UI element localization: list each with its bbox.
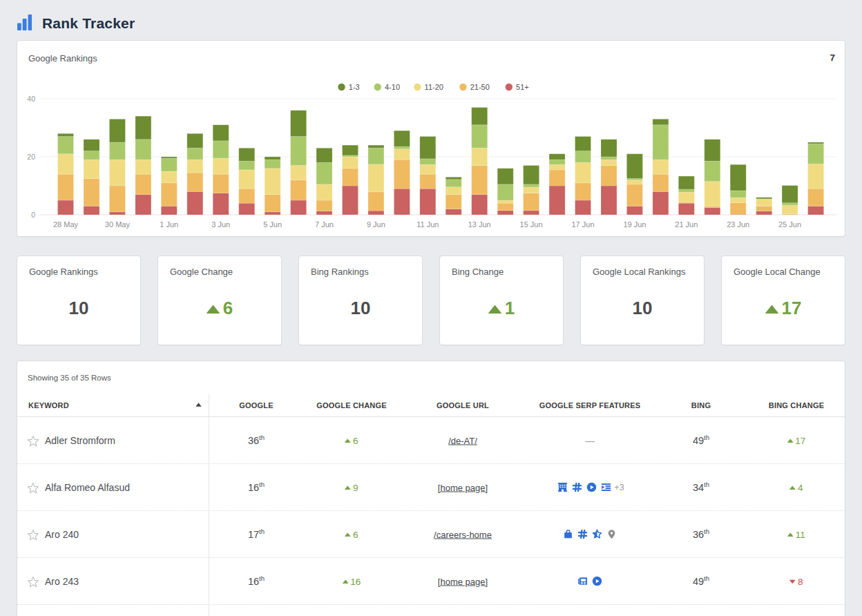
svg-text:3 Jun: 3 Jun	[211, 220, 230, 229]
svg-text:28 May: 28 May	[53, 220, 79, 229]
svg-text:40: 40	[27, 95, 35, 103]
svg-text:23 Jun: 23 Jun	[727, 220, 749, 229]
svg-text:1 Jun: 1 Jun	[160, 220, 178, 229]
svg-text:21 Jun: 21 Jun	[675, 220, 698, 229]
svg-text:30 May: 30 May	[105, 220, 131, 229]
svg-text:7 Jun: 7 Jun	[315, 220, 334, 229]
svg-text:11-20: 11-20	[425, 83, 443, 91]
svg-text:17 Jun: 17 Jun	[571, 220, 594, 229]
svg-text:20: 20	[27, 153, 35, 161]
svg-text:0: 0	[31, 211, 35, 219]
svg-text:21-50: 21-50	[470, 83, 490, 91]
svg-text:25 Jun: 25 Jun	[778, 220, 801, 229]
svg-text:11 Jun: 11 Jun	[416, 220, 439, 229]
svg-text:4-10: 4-10	[385, 83, 400, 91]
svg-text:5 Jun: 5 Jun	[263, 220, 282, 229]
svg-text:9 Jun: 9 Jun	[367, 220, 385, 229]
svg-text:15 Jun: 15 Jun	[520, 220, 543, 229]
svg-text:1-3: 1-3	[349, 83, 360, 91]
svg-text:13 Jun: 13 Jun	[468, 220, 491, 229]
svg-text:51+: 51+	[516, 83, 529, 91]
svg-text:19 Jun: 19 Jun	[623, 220, 646, 229]
